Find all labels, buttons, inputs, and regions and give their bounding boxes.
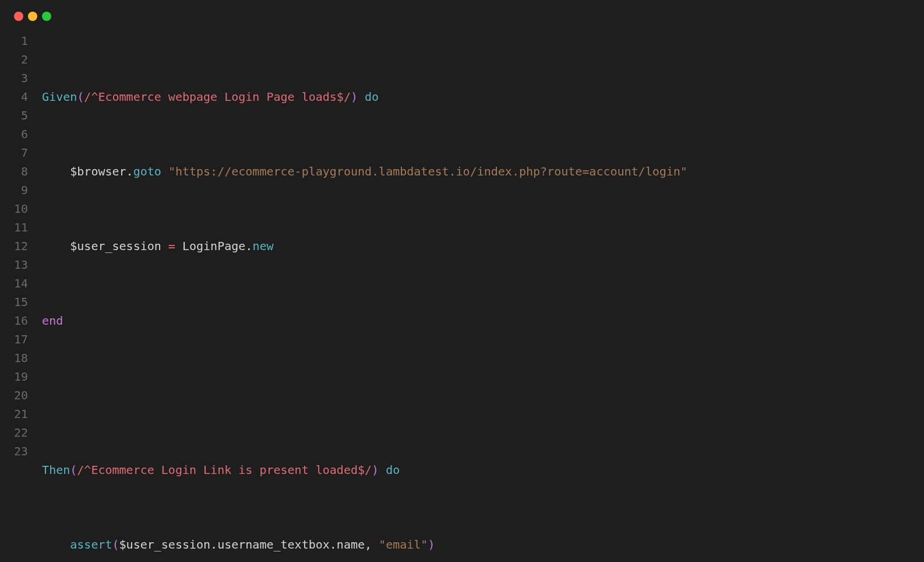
keyword: do	[379, 463, 400, 477]
code-line[interactable]: $user_session = LoginPage.new	[42, 237, 910, 255]
regex-slash: /	[84, 90, 91, 104]
regex-body: ^Ecommerce Login Link is present loaded$	[84, 463, 365, 477]
paren: (	[112, 538, 119, 552]
line-number: 23	[14, 442, 28, 461]
dot: .	[126, 164, 133, 178]
indent	[42, 239, 70, 253]
line-number-gutter: 1 2 3 4 5 6 7 8 9 10 11 12 13 14 15 16 1…	[14, 31, 42, 562]
keyword: Then	[42, 463, 70, 477]
line-number: 8	[14, 162, 28, 181]
identifier: username_textbox	[217, 538, 330, 552]
close-window-button[interactable]	[14, 12, 23, 21]
indent	[42, 164, 70, 178]
line-number: 19	[14, 367, 28, 386]
line-number: 11	[14, 218, 28, 237]
regex-slash: /	[77, 463, 84, 477]
identifier: browser	[77, 164, 126, 178]
dot: .	[330, 538, 337, 552]
space	[161, 164, 168, 178]
maximize-window-button[interactable]	[42, 12, 51, 21]
string: "email"	[379, 538, 428, 552]
paren: )	[372, 463, 379, 477]
regex-body: ^Ecommerce webpage Login Page loads$	[91, 90, 343, 104]
keyword: Given	[42, 90, 77, 104]
code-line[interactable]: Then(/^Ecommerce Login Link is present l…	[42, 461, 910, 479]
line-number: 20	[14, 386, 28, 405]
line-number: 3	[14, 69, 28, 87]
function: assert	[70, 538, 112, 552]
method-call: goto	[133, 164, 161, 178]
line-number: 22	[14, 423, 28, 442]
line-number: 4	[14, 87, 28, 106]
paren: (	[77, 90, 84, 104]
equals: =	[168, 239, 175, 253]
dot: .	[245, 239, 252, 253]
code-line[interactable]: Given(/^Ecommerce webpage Login Page loa…	[42, 87, 910, 106]
method-call: new	[252, 239, 273, 253]
line-number: 14	[14, 274, 28, 293]
paren: )	[428, 538, 435, 552]
dollar: $	[119, 538, 126, 552]
space	[372, 538, 379, 552]
line-number: 15	[14, 293, 28, 311]
line-number: 12	[14, 237, 28, 255]
code-line[interactable]	[42, 386, 910, 405]
line-number: 9	[14, 181, 28, 199]
string: "https://ecommerce-playground.lambdatest…	[168, 164, 687, 178]
line-number: 2	[14, 50, 28, 69]
space	[161, 239, 168, 253]
window-traffic-lights	[14, 12, 910, 21]
identifier: user_session	[77, 239, 161, 253]
keyword-end: end	[42, 314, 63, 328]
space	[175, 239, 182, 253]
code-line[interactable]: end	[42, 311, 910, 330]
line-number: 10	[14, 199, 28, 218]
comma: ,	[365, 538, 372, 552]
indent	[42, 538, 70, 552]
paren: )	[351, 90, 358, 104]
class-name: LoginPage	[182, 239, 245, 253]
code-editor[interactable]: 1 2 3 4 5 6 7 8 9 10 11 12 13 14 15 16 1…	[14, 31, 910, 562]
code-content[interactable]: Given(/^Ecommerce webpage Login Page loa…	[42, 31, 910, 562]
line-number: 6	[14, 125, 28, 143]
line-number: 18	[14, 349, 28, 367]
identifier: user_session	[126, 538, 211, 552]
identifier: name	[337, 538, 365, 552]
dollar: $	[70, 164, 77, 178]
dollar: $	[70, 239, 77, 253]
line-number: 17	[14, 330, 28, 349]
line-number: 1	[14, 31, 28, 50]
line-number: 21	[14, 405, 28, 423]
line-number: 13	[14, 255, 28, 274]
code-line[interactable]: assert($user_session.username_textbox.na…	[42, 535, 910, 554]
code-line[interactable]: $browser.goto "https://ecommerce-playgro…	[42, 162, 910, 181]
line-number: 7	[14, 143, 28, 162]
paren: (	[70, 463, 77, 477]
dot: .	[210, 538, 217, 552]
blank	[42, 388, 49, 402]
keyword: do	[358, 90, 379, 104]
minimize-window-button[interactable]	[28, 12, 37, 21]
line-number: 5	[14, 106, 28, 125]
regex-slash: /	[344, 90, 351, 104]
regex-slash: /	[365, 463, 372, 477]
line-number: 16	[14, 311, 28, 330]
